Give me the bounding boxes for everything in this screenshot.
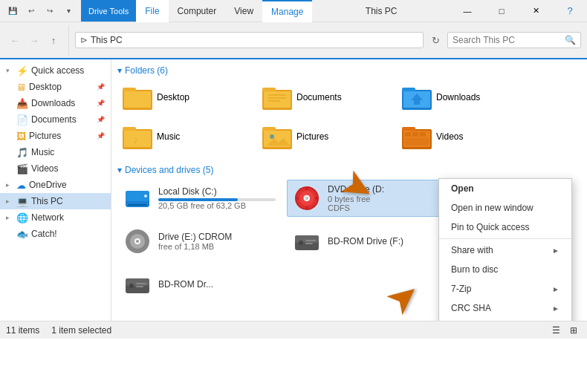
drive-bdrom-g[interactable]: BD-ROM Dr... — [117, 266, 281, 303]
svg-point-54 — [129, 284, 134, 288]
drives-section-title[interactable]: ▾ Devices and drives (5) — [117, 165, 581, 175]
bdrom-g-info: BD-ROM Dr... — [158, 279, 276, 290]
nav-group: ← → ↑ — [6, 25, 69, 55]
sidebar-item-this-pc[interactable]: ▸ 💻 This PC — [0, 193, 111, 209]
title-bar-left: 💾 ↩ ↪ ▾ Drive Tools File Computer View M… — [0, 0, 312, 22]
share-with-arrow: ► — [552, 246, 560, 255]
local-c-info: Local Disk (C:) 20,5 GB free of 63,2 GB — [158, 186, 276, 210]
folder-downloads[interactable]: Downloads — [397, 80, 531, 114]
dropdown-qa-btn[interactable]: ▾ — [60, 3, 77, 19]
svg-rect-55 — [136, 283, 146, 284]
sidebar-videos-label: Videos — [31, 163, 58, 174]
maximize-button[interactable]: □ — [484, 0, 519, 22]
sidebar-item-quick-access[interactable]: ▾ ⚡ Quick access — [0, 62, 111, 79]
folder-documents[interactable]: Documents — [257, 80, 391, 114]
sidebar-item-music[interactable]: 🎵 Music — [0, 144, 111, 160]
sidebar-item-onedrive[interactable]: ▸ ☁ OneDrive — [0, 177, 111, 193]
save-qa-btn[interactable]: 💾 — [4, 3, 21, 19]
search-input[interactable] — [453, 35, 562, 45]
drive-tools-label: Drive Tools — [81, 0, 136, 22]
sidebar: ▾ ⚡ Quick access 🖥 Desktop 📌 📥 Downloads… — [0, 59, 111, 321]
svg-point-39 — [305, 206, 308, 209]
svg-rect-6 — [268, 94, 286, 96]
ctx-pin-start[interactable]: Pin to Start — [439, 318, 571, 321]
local-disk-icon — [123, 183, 152, 213]
close-button[interactable]: ✕ — [519, 0, 553, 22]
sidebar-item-desktop[interactable]: 🖥 Desktop 📌 — [0, 79, 111, 95]
refresh-button[interactable]: ↻ — [427, 31, 444, 49]
svg-rect-48 — [295, 235, 319, 243]
drive-e-cdrom[interactable]: Drive (E:) CDROM free of 1,18 MB — [117, 223, 281, 260]
bdrom-f-icon — [292, 226, 322, 256]
documents-folder-name: Documents — [296, 92, 342, 102]
quick-access-icon: ⚡ — [16, 65, 28, 76]
search-box[interactable]: 🔍 — [447, 32, 581, 48]
icons-view-button[interactable]: ⊞ — [566, 323, 581, 338]
tab-manage[interactable]: Manage — [262, 0, 312, 22]
svg-rect-25 — [405, 132, 411, 137]
sidebar-item-documents[interactable]: 📄 Documents 📌 — [0, 111, 111, 128]
documents-pin-icon: 📌 — [97, 116, 105, 123]
help-button[interactable]: ? — [553, 0, 587, 22]
folders-section-title[interactable]: ▾ Folders (6) — [117, 65, 581, 76]
downloads-folder-svg — [402, 84, 432, 110]
tab-computer[interactable]: Computer — [169, 0, 226, 22]
cdrom-e-icon — [123, 226, 152, 256]
dvd-d-size: 0 bytes free — [328, 195, 445, 203]
tab-file[interactable]: File — [136, 0, 168, 22]
ctx-7zip[interactable]: 7-Zip ► — [439, 279, 571, 298]
expand-icon: ▾ — [6, 67, 13, 74]
downloads-icon: 📥 — [16, 98, 28, 109]
folder-desktop[interactable]: Desktop — [117, 80, 251, 114]
e-cdrom-name: Drive (E:) CDROM — [158, 232, 276, 242]
drives-chevron-icon: ▾ — [117, 165, 122, 175]
svg-rect-32 — [128, 204, 147, 206]
music-icon: 🎵 — [16, 147, 28, 158]
music-folder-svg: ♪ — [123, 123, 152, 149]
folder-pictures[interactable]: Pictures — [257, 120, 391, 153]
folder-videos[interactable]: Videos — [397, 120, 531, 153]
forward-button[interactable]: → — [25, 31, 43, 49]
desktop-folder-svg — [123, 84, 152, 110]
svg-rect-56 — [136, 286, 143, 287]
bdrom-g-name: BD-ROM Dr... — [158, 279, 276, 290]
quick-access-toolbar: 💾 ↩ ↪ ▾ — [0, 3, 81, 19]
ctx-burn-disc[interactable]: Burn to disc — [439, 260, 571, 279]
svg-rect-50 — [305, 240, 316, 241]
tab-view[interactable]: View — [225, 0, 262, 22]
address-path[interactable]: ⊳ This PC — [75, 32, 424, 48]
ctx-open-new-window[interactable]: Open in new window — [439, 198, 571, 218]
back-button[interactable]: ← — [6, 31, 24, 49]
main-area: ▾ ⚡ Quick access 🖥 Desktop 📌 📥 Downloads… — [0, 59, 587, 321]
bdrom-f-info: BD-ROM Drive (F:) — [328, 236, 445, 246]
sidebar-item-network[interactable]: ▸ 🌐 Network — [0, 209, 111, 226]
bdrom-g-icon — [123, 270, 152, 299]
minimize-button[interactable]: — — [450, 0, 484, 22]
folder-music[interactable]: ♪ Music — [117, 120, 251, 153]
sidebar-catch-label: Catch! — [31, 229, 57, 239]
sidebar-item-catch[interactable]: 🐟 Catch! — [0, 226, 111, 242]
desktop-folder-name: Desktop — [157, 92, 189, 102]
details-view-button[interactable]: ☰ — [548, 323, 563, 338]
videos-icon: 🎬 — [16, 163, 28, 174]
drive-local-c[interactable]: Local Disk (C:) 20,5 GB free of 63,2 GB — [117, 180, 281, 217]
ctx-open[interactable]: Open — [439, 179, 571, 198]
ctx-pin-quick-access[interactable]: Pin to Quick access — [439, 218, 571, 237]
drive-bdrom-f[interactable]: BD-ROM Drive (F:) — [287, 223, 450, 260]
ribbon: ← → ↑ ⊳ This PC ↻ 🔍 — [0, 22, 587, 59]
sidebar-item-pictures[interactable]: 🖼 Pictures 📌 — [0, 128, 111, 144]
ctx-crc-sha[interactable]: CRC SHA ► — [439, 298, 571, 318]
redo-qa-btn[interactable]: ↪ — [42, 3, 58, 19]
ctx-share-with[interactable]: Share with ► — [439, 241, 571, 260]
drive-dvd-d[interactable]: ⚙ DVD Drive (D: 0 bytes free CDFS — [287, 180, 450, 217]
thispc-icon: 💻 — [16, 196, 28, 207]
sidebar-item-downloads[interactable]: 📥 Downloads 📌 — [0, 95, 111, 111]
up-button[interactable]: ↑ — [45, 31, 62, 49]
dvd-d-name: DVD Drive (D: — [328, 184, 445, 195]
sidebar-desktop-label: Desktop — [29, 82, 62, 92]
svg-text:♪: ♪ — [133, 134, 138, 146]
downloads-folder-name: Downloads — [436, 92, 480, 102]
bdrom-f-name: BD-ROM Drive (F:) — [328, 236, 445, 246]
sidebar-item-videos[interactable]: 🎬 Videos — [0, 160, 111, 177]
undo-qa-btn[interactable]: ↩ — [23, 3, 39, 19]
